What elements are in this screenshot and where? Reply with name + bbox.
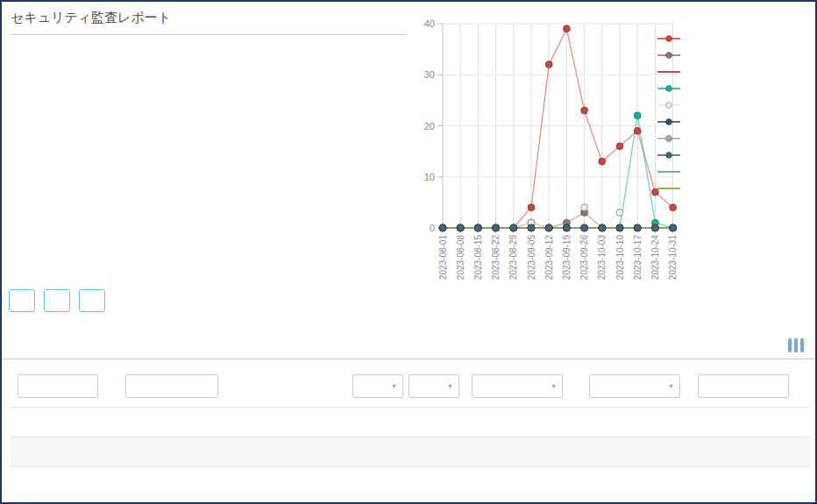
data-point-marker [528,204,535,211]
x-tick-label: 2023-09-26 [579,235,589,280]
data-point-marker [581,107,588,114]
detail-row [11,217,407,241]
column-header[interactable] [118,366,225,370]
table-row [11,437,810,466]
data-point-marker [493,224,500,231]
data-point-marker [563,224,570,231]
x-tick-label: 2023-09-19 [562,235,572,280]
y-tick-label: 30 [424,69,435,80]
filter-cell [11,374,118,398]
detections-chart-panel: 0102030402023-08-012023-08-082023-08-152… [410,11,812,293]
legend-marker-icon [657,84,680,93]
filter-input[interactable] [698,374,789,398]
filter-cell: ▼ [582,374,691,398]
chevron-down-icon: ▼ [391,383,397,389]
data-point-marker [616,209,623,217]
data-point-marker [670,224,677,231]
filter-select[interactable]: ▼ [589,374,680,398]
data-point-marker [581,224,588,231]
filter-input[interactable] [125,374,218,398]
column-header[interactable] [345,366,465,370]
data-point-marker [616,143,623,150]
column-header[interactable] [225,366,345,370]
legend-item [657,50,685,60]
x-tick-label: 2023-08-29 [508,235,518,280]
legend-marker-icon [657,34,680,43]
data-point-marker [439,224,446,231]
chart-legend [657,33,685,194]
filter-select[interactable]: ▼ [408,374,459,398]
x-tick-label: 2023-10-03 [597,235,607,280]
data-point-marker [510,224,517,231]
legend-marker-icon [657,167,680,176]
x-tick-label: 2023-10-31 [668,235,678,280]
legend-item [657,133,685,144]
data-point-marker [651,224,658,231]
data-point-marker [670,204,677,211]
report-details-list [11,45,407,241]
legend-item [657,183,685,194]
x-tick-label: 2023-08-15 [473,235,483,280]
chevron-down-icon: ▼ [668,383,674,389]
column-header[interactable] [582,366,691,370]
columns-icon[interactable] [788,338,804,352]
detail-row [11,167,407,192]
detail-row [11,118,407,143]
legend-item [657,67,685,77]
table-row [11,407,810,437]
y-tick-label: 20 [424,121,435,131]
data-point-marker [634,224,641,231]
chevron-down-icon: ▼ [447,383,453,389]
report-summary-panel: セキュリティ監査レポート [11,7,407,241]
legend-item [657,167,685,177]
legend-marker-icon [657,151,680,160]
data-point-marker [599,158,606,165]
legend-item [657,150,685,160]
page-title: セキュリティ監査レポート [11,7,407,35]
column-header[interactable] [11,366,118,370]
legend-marker-icon [657,51,680,60]
data-point-marker [457,224,464,231]
data-point-marker [545,224,552,231]
filter-cell: ▼▼ [345,374,465,398]
legend-item [657,100,685,110]
export-pdf-button[interactable] [44,289,70,312]
y-tick-label: 40 [424,18,435,29]
filter-select[interactable]: ▼ [472,374,563,398]
export-toolbar [9,289,105,312]
filter-cell: ▼ [465,374,582,398]
x-tick-label: 2023-08-01 [438,235,448,280]
data-point-marker [634,112,641,119]
legend-item [657,117,685,127]
column-header[interactable] [465,366,582,370]
data-point-marker [528,224,535,231]
filter-input[interactable] [18,374,98,398]
legend-marker-icon [657,101,680,110]
filter-cell [691,374,810,398]
table-row [11,466,810,496]
x-tick-label: 2023-09-05 [527,235,536,280]
data-point-marker [474,224,481,231]
legend-item [657,83,685,94]
detail-row [11,69,407,94]
events-table: ▼▼▼▼ [11,359,810,496]
data-point-marker [599,224,606,231]
legend-marker-icon [657,184,680,193]
column-header[interactable] [691,366,810,370]
x-tick-label: 2023-10-17 [633,235,643,280]
y-tick-label: 0 [430,223,435,233]
data-point-marker [545,61,552,68]
legend-marker-icon [657,67,680,76]
table-body [11,407,810,496]
x-tick-label: 2023-08-08 [456,235,465,280]
data-point-marker [563,25,570,32]
filter-cell [118,374,225,398]
legend-item [657,33,685,44]
email-report-button[interactable] [79,289,105,312]
table-filter-row: ▼▼▼▼ [11,374,810,398]
export-csv-button[interactable] [9,289,35,312]
filter-select[interactable]: ▼ [352,374,403,398]
table-header-row [11,359,810,370]
detail-row [11,143,407,167]
filter-cell [225,374,345,398]
